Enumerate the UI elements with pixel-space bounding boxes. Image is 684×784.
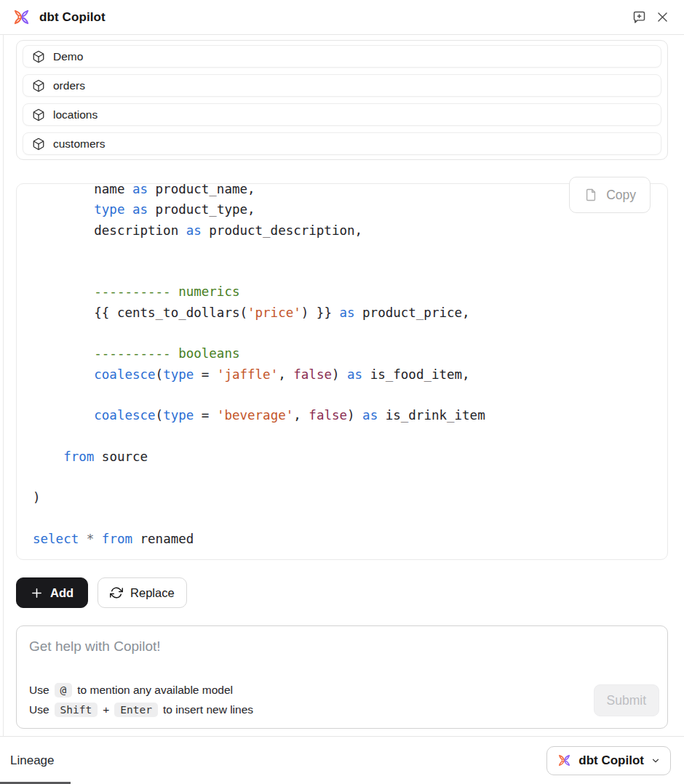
tab-lineage[interactable]: Lineage [10,753,55,768]
model-chip-customers[interactable]: customers [23,132,661,155]
prompt-placeholder: Get help with Copilot! [29,639,161,655]
popout-button[interactable] [629,7,649,28]
mention-hint: Use @ to mention any available model [29,680,253,700]
replace-button[interactable]: Replace [98,577,187,608]
copilot-selector-dropdown[interactable]: dbt Copilot [546,746,671,775]
add-button[interactable]: Add [16,577,88,608]
model-chip-locations[interactable]: locations [23,103,661,126]
add-button-label: Add [50,586,73,600]
model-chip-label: customers [53,137,106,151]
cube-icon [32,50,45,63]
refresh-icon [110,586,123,599]
copy-button[interactable]: Copy [569,177,651,213]
plus-icon [31,587,43,599]
prompt-hints: Use @ to mention any available model Use… [29,680,253,719]
model-chip-label: locations [53,108,98,121]
context-models-panel: Demo orders locations customers [16,40,668,160]
replace-button-label: Replace [130,586,175,600]
sql-code-block[interactable]: name as product_name, type as product_ty… [16,183,668,560]
cube-icon [32,108,45,121]
copy-button-label: Copy [606,188,636,203]
close-icon [656,10,669,24]
dbt-logo-icon [12,7,31,27]
copilot-selector-label: dbt Copilot [578,753,644,768]
submit-button[interactable]: Submit [594,684,659,716]
panel-left-edge [3,35,4,736]
code-content: name as product_name, type as product_ty… [17,183,667,549]
code-suggestion-block: Copy name as product_name, type as produ… [16,183,668,560]
model-chip-orders[interactable]: orders [23,74,661,97]
model-chip-label: Demo [53,50,83,63]
message-square-plus-icon [632,9,647,25]
dbt-logo-icon [557,753,572,768]
panel-title: dbt Copilot [39,10,106,25]
enter-key-badge: Enter [114,703,158,717]
panel-header: dbt Copilot [0,0,684,35]
close-button[interactable] [652,7,672,28]
bottom-bar: Lineage dbt Copilot [0,736,684,784]
cube-icon [32,137,45,151]
model-chip-label: orders [53,79,85,92]
copilot-prompt-input[interactable]: Get help with Copilot! Use @ to mention … [16,625,668,729]
newline-hint: Use Shift + Enter to insert new lines [29,700,253,719]
code-actions-row: Add Replace [16,577,668,608]
copy-icon [584,188,598,202]
chevron-down-icon [651,756,661,766]
at-key-badge: @ [55,683,73,697]
cube-icon [32,79,45,92]
model-chip-demo[interactable]: Demo [23,45,661,68]
shift-key-badge: Shift [55,703,98,717]
